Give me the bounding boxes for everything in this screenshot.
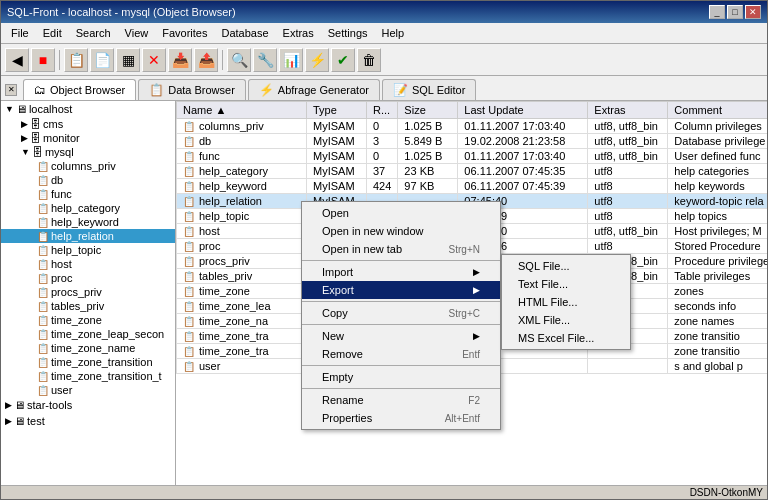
- sidebar-item-localhost[interactable]: ▼ 🖥 localhost: [1, 101, 175, 117]
- ctx-remove[interactable]: Remove Entf: [302, 345, 500, 363]
- col-header-type[interactable]: Type: [307, 102, 367, 119]
- check-button[interactable]: ✔: [331, 48, 355, 72]
- db-icon: 🗄: [32, 146, 43, 158]
- ctx-new[interactable]: New: [302, 327, 500, 345]
- col-header-update[interactable]: Last Update: [458, 102, 588, 119]
- tab-data-browser-icon: 📋: [149, 83, 164, 97]
- filter-button[interactable]: 🔧: [253, 48, 277, 72]
- server-icon: 🖥: [14, 399, 25, 411]
- sidebar-item-host[interactable]: 📋 host: [1, 257, 175, 271]
- col-header-name[interactable]: Name ▲: [177, 102, 307, 119]
- table-row[interactable]: 📋db MyISAM 3 5.849 B 19.02.2008 21:23:58…: [177, 134, 768, 149]
- ctx-open-new-window[interactable]: Open in new window: [302, 222, 500, 240]
- menu-view[interactable]: View: [119, 25, 155, 41]
- server-icon: 🖥: [14, 415, 25, 427]
- close-button[interactable]: ✕: [745, 5, 761, 19]
- delete-button[interactable]: ✕: [142, 48, 166, 72]
- col-header-extras[interactable]: Extras: [588, 102, 668, 119]
- table-icon: 📋: [37, 357, 49, 368]
- menu-extras[interactable]: Extras: [277, 25, 320, 41]
- sidebar-item-tz-trans[interactable]: 📋 time_zone_transition: [1, 355, 175, 369]
- menu-database[interactable]: Database: [215, 25, 274, 41]
- sidebar-user-label: user: [51, 384, 72, 396]
- sidebar-item-cms[interactable]: ▶ 🗄 cms: [1, 117, 175, 131]
- paste-button[interactable]: 📄: [90, 48, 114, 72]
- cell-size: 23 KB: [398, 164, 458, 179]
- ctx-open[interactable]: Open: [302, 204, 500, 222]
- copy-button[interactable]: 📋: [64, 48, 88, 72]
- sidebar-item-tz-trans-t[interactable]: 📋 time_zone_transition_t: [1, 369, 175, 383]
- tab-abfrage-generator[interactable]: ⚡ Abfrage Generator: [248, 79, 380, 100]
- ctx-open-new-tab[interactable]: Open in new tab Strg+N: [302, 240, 500, 258]
- cell-comment: zone transitio: [668, 329, 767, 344]
- cell-type: MyISAM: [307, 179, 367, 194]
- ctx-rename[interactable]: Rename F2: [302, 391, 500, 409]
- ctx-empty[interactable]: Empty: [302, 368, 500, 386]
- sidebar-item-mysql[interactable]: ▼ 🗄 mysql: [1, 145, 175, 159]
- col-header-size[interactable]: Size: [398, 102, 458, 119]
- sidebar-item-help-relation[interactable]: 📋 help_relation: [1, 229, 175, 243]
- trash-button[interactable]: 🗑: [357, 48, 381, 72]
- stop-button[interactable]: ■: [31, 48, 55, 72]
- minimize-button[interactable]: _: [709, 5, 725, 19]
- ctx-copy[interactable]: Copy Strg+C: [302, 304, 500, 322]
- export-button[interactable]: 📤: [194, 48, 218, 72]
- menu-search[interactable]: Search: [70, 25, 117, 41]
- sidebar-item-tz-leap[interactable]: 📋 time_zone_leap_secon: [1, 327, 175, 341]
- table-row[interactable]: 📋func MyISAM 0 1.025 B 01.11.2007 17:03:…: [177, 149, 768, 164]
- export-sql-file[interactable]: SQL File...: [502, 257, 630, 275]
- menu-file[interactable]: File: [5, 25, 35, 41]
- chart-button[interactable]: 📊: [279, 48, 303, 72]
- lightning-button[interactable]: ⚡: [305, 48, 329, 72]
- col-header-r[interactable]: R...: [367, 102, 398, 119]
- search-button[interactable]: 🔍: [227, 48, 251, 72]
- import-button[interactable]: 📥: [168, 48, 192, 72]
- table-icon: 📋: [37, 217, 49, 228]
- back-button[interactable]: ◀: [5, 48, 29, 72]
- sidebar-item-func[interactable]: 📋 func: [1, 187, 175, 201]
- export-excel-file[interactable]: MS Excel File...: [502, 329, 630, 347]
- sidebar-item-columns-priv[interactable]: 📋 columns_priv: [1, 159, 175, 173]
- ctx-export[interactable]: Export: [302, 281, 500, 299]
- menu-edit[interactable]: Edit: [37, 25, 68, 41]
- table-icon: 📋: [37, 343, 49, 354]
- cell-name: 📋help_relation: [177, 194, 307, 209]
- tab-object-browser[interactable]: 🗂 Object Browser: [23, 79, 136, 100]
- tab-data-browser[interactable]: 📋 Data Browser: [138, 79, 246, 100]
- export-html-file[interactable]: HTML File...: [502, 293, 630, 311]
- sidebar-item-help-topic[interactable]: 📋 help_topic: [1, 243, 175, 257]
- menu-favorites[interactable]: Favorites: [156, 25, 213, 41]
- table-row[interactable]: 📋columns_priv MyISAM 0 1.025 B 01.11.200…: [177, 119, 768, 134]
- cell-size: 97 KB: [398, 179, 458, 194]
- sidebar-item-help-keyword[interactable]: 📋 help_keyword: [1, 215, 175, 229]
- sidebar-monitor-label: monitor: [43, 132, 80, 144]
- export-xml-file[interactable]: XML File...: [502, 311, 630, 329]
- sidebar-item-time-zone[interactable]: 📋 time_zone: [1, 313, 175, 327]
- ctx-properties[interactable]: Properties Alt+Entf: [302, 409, 500, 427]
- tab-sql-editor[interactable]: 📝 SQL Editor: [382, 79, 476, 100]
- sidebar-item-tables-priv[interactable]: 📋 tables_priv: [1, 299, 175, 313]
- menu-help[interactable]: Help: [376, 25, 411, 41]
- sidebar-item-tz-name[interactable]: 📋 time_zone_name: [1, 341, 175, 355]
- table-row[interactable]: 📋help_keyword MyISAM 424 97 KB 06.11.200…: [177, 179, 768, 194]
- maximize-button[interactable]: □: [727, 5, 743, 19]
- sidebar-item-monitor[interactable]: ▶ 🗄 monitor: [1, 131, 175, 145]
- cell-update: 06.11.2007 07:45:35: [458, 164, 588, 179]
- sidebar-item-db[interactable]: 📋 db: [1, 173, 175, 187]
- ctx-sep1: [302, 260, 500, 261]
- sidebar-item-test[interactable]: ▶ 🖥 test: [1, 413, 175, 429]
- sidebar-item-help-category[interactable]: 📋 help_category: [1, 201, 175, 215]
- sidebar-item-proc[interactable]: 📋 proc: [1, 271, 175, 285]
- tab-panel-close[interactable]: ✕: [5, 84, 17, 96]
- tab-bar: ✕ 🗂 Object Browser 📋 Data Browser ⚡ Abfr…: [1, 76, 767, 101]
- sidebar-item-star-tools[interactable]: ▶ 🖥 star-tools: [1, 397, 175, 413]
- table-row[interactable]: 📋help_category MyISAM 37 23 KB 06.11.200…: [177, 164, 768, 179]
- menu-settings[interactable]: Settings: [322, 25, 374, 41]
- sidebar-item-user[interactable]: 📋 user: [1, 383, 175, 397]
- sidebar-tz-leap-label: time_zone_leap_secon: [51, 328, 164, 340]
- sidebar-item-procs-priv[interactable]: 📋 procs_priv: [1, 285, 175, 299]
- ctx-import[interactable]: Import: [302, 263, 500, 281]
- export-text-file[interactable]: Text File...: [502, 275, 630, 293]
- table-button[interactable]: ▦: [116, 48, 140, 72]
- col-header-comment[interactable]: Comment: [668, 102, 767, 119]
